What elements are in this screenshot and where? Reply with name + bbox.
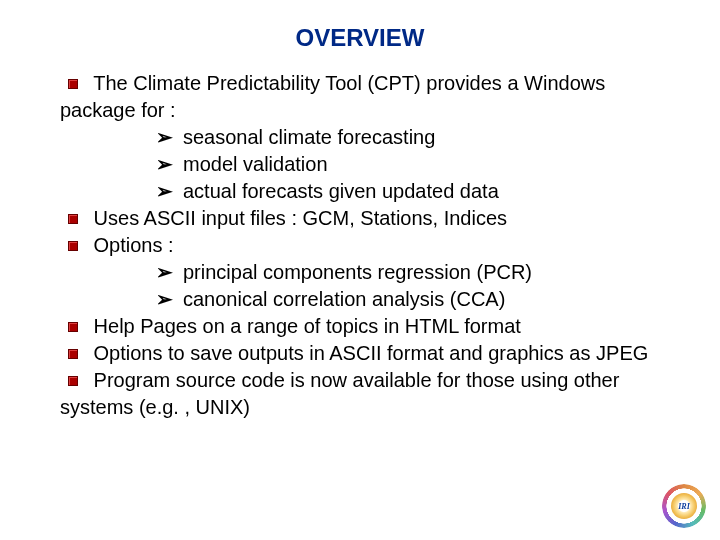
bullet-item: Options to save outputs in ASCII format … [60,340,664,367]
slide-body: The Climate Predictability Tool (CPT) pr… [0,70,720,421]
square-bullet-icon [68,322,78,332]
square-bullet-icon [68,349,78,359]
square-bullet-icon [68,376,78,386]
bullet-text: The Climate Predictability Tool (CPT) pr… [60,72,605,121]
arrow-bullet-icon: ➢ [156,126,173,148]
sub-text: canonical correlation analysis (CCA) [183,288,505,310]
bullet-text: Uses ASCII input files : GCM, Stations, … [94,207,508,229]
slide-title: OVERVIEW [0,0,720,70]
bullet-text: Program source code is now available for… [60,369,619,418]
square-bullet-icon [68,241,78,251]
arrow-bullet-icon: ➢ [156,261,173,283]
square-bullet-icon [68,214,78,224]
bullet-text: Options to save outputs in ASCII format … [94,342,649,364]
sub-text: model validation [183,153,328,175]
sub-bullet-item: ➢actual forecasts given updated data [60,178,664,205]
sub-text: seasonal climate forecasting [183,126,435,148]
sub-bullet-item: ➢model validation [60,151,664,178]
logo-label: IRI [671,493,697,519]
bullet-item: Program source code is now available for… [60,367,664,421]
sub-bullet-item: ➢seasonal climate forecasting [60,124,664,151]
bullet-item: Uses ASCII input files : GCM, Stations, … [60,205,664,232]
square-bullet-icon [68,79,78,89]
sub-text: actual forecasts given updated data [183,180,499,202]
bullet-text: Help Pages on a range of topics in HTML … [94,315,521,337]
iri-logo: IRI [662,484,706,528]
sub-bullet-item: ➢principal components regression (PCR) [60,259,664,286]
bullet-text: Options : [94,234,174,256]
bullet-item: Options : [60,232,664,259]
arrow-bullet-icon: ➢ [156,180,173,202]
bullet-item: The Climate Predictability Tool (CPT) pr… [60,70,664,124]
sub-bullet-item: ➢canonical correlation analysis (CCA) [60,286,664,313]
bullet-item: Help Pages on a range of topics in HTML … [60,313,664,340]
arrow-bullet-icon: ➢ [156,153,173,175]
arrow-bullet-icon: ➢ [156,288,173,310]
sub-text: principal components regression (PCR) [183,261,532,283]
